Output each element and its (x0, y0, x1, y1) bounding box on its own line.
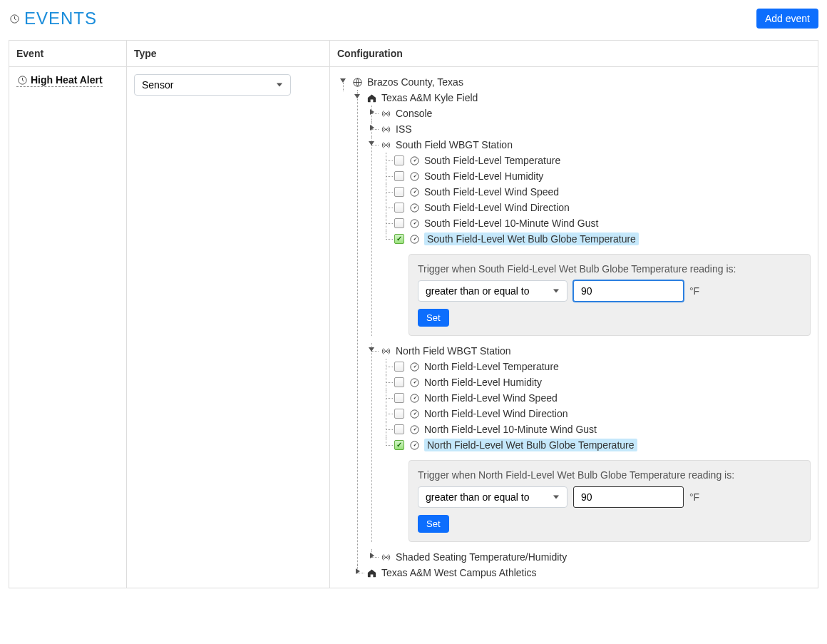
sensor-checkbox[interactable] (394, 187, 404, 197)
sensor-checkbox[interactable] (394, 171, 404, 181)
tree-node-south-station[interactable]: South Field WBGT Station (396, 139, 513, 150)
event-name-text: High Heat Alert (31, 74, 103, 86)
sensor-checkbox[interactable] (394, 155, 404, 165)
gauge-icon (409, 392, 420, 404)
sensor-south-windspeed[interactable]: South Field-Level Wind Speed (424, 186, 559, 198)
sensor-north-wbgt[interactable]: North Field-Level Wet Bulb Globe Tempera… (424, 439, 637, 451)
column-header-event: Event (9, 41, 127, 67)
trigger-value-input[interactable] (573, 486, 684, 508)
trigger-unit: °F (689, 285, 699, 297)
trigger-operator-select[interactable]: greater than or equal to (418, 280, 567, 302)
event-type-select[interactable]: Sensor (134, 74, 291, 96)
gauge-icon (409, 424, 420, 435)
sensor-north-humidity[interactable]: North Field-Level Humidity (424, 377, 542, 388)
tree-toggle[interactable] (353, 93, 361, 102)
antenna-icon (380, 551, 391, 563)
sensor-south-wbgt[interactable]: South Field-Level Wet Bulb Globe Tempera… (424, 232, 639, 245)
gauge-icon (409, 439, 420, 451)
home-icon (366, 567, 377, 578)
table-row: High Heat Alert Sensor (9, 67, 818, 588)
tree-node-iss[interactable]: ISS (396, 123, 412, 135)
tree-node-north-station[interactable]: North Field WBGT Station (396, 345, 511, 357)
sensor-checkbox[interactable] (394, 362, 404, 372)
page-title: EVENTS (9, 9, 97, 29)
sensor-north-gust[interactable]: North Field-Level 10-Minute Wind Gust (424, 424, 597, 435)
sensor-checkbox[interactable] (394, 393, 404, 403)
gauge-icon (409, 218, 420, 229)
sensor-checkbox[interactable] (394, 203, 404, 213)
gauge-icon (409, 377, 420, 388)
tree-node-site[interactable]: Texas A&M Kyle Field (381, 92, 478, 103)
trigger-unit: °F (689, 491, 699, 503)
gauge-icon (409, 202, 420, 213)
tree-node-county[interactable]: Brazos County, Texas (367, 76, 463, 88)
tree-node-site[interactable]: Texas A&M West Campus Athletics (381, 567, 537, 578)
sensor-tree: Brazos County, Texas Texas A&M Kyle Fiel… (337, 74, 811, 581)
events-table: Event Type Configuration High Heat Alert… (9, 40, 818, 588)
sensor-north-windspeed[interactable]: North Field-Level Wind Speed (424, 392, 558, 404)
tree-toggle[interactable] (367, 140, 376, 149)
globe-icon (351, 76, 363, 88)
gauge-icon (409, 170, 420, 182)
event-name-link[interactable]: High Heat Alert (16, 74, 103, 87)
sensor-checkbox[interactable] (394, 409, 404, 419)
clock-icon (16, 74, 28, 86)
gauge-icon (409, 233, 420, 245)
gauge-icon (409, 408, 420, 419)
gauge-icon (409, 361, 420, 372)
column-header-type: Type (127, 41, 330, 67)
trigger-panel-south: Trigger when South Field-Level Wet Bulb … (409, 254, 811, 336)
home-icon (366, 92, 377, 103)
antenna-icon (380, 345, 391, 357)
sensor-checkbox[interactable] (394, 424, 404, 434)
sensor-checkbox[interactable] (394, 440, 404, 450)
tree-toggle[interactable] (367, 125, 376, 133)
sensor-south-humidity[interactable]: South Field-Level Humidity (424, 170, 543, 182)
sensor-south-temp[interactable]: South Field-Level Temperature (424, 155, 560, 166)
gauge-icon (409, 155, 420, 166)
tree-toggle[interactable] (367, 553, 376, 561)
tree-toggle[interactable] (367, 347, 376, 355)
antenna-icon (380, 139, 391, 150)
trigger-operator-select[interactable]: greater than or equal to (418, 486, 567, 508)
add-event-button[interactable]: Add event (756, 9, 818, 29)
tree-toggle[interactable] (353, 568, 361, 577)
tree-toggle[interactable] (339, 78, 347, 86)
tree-node-shaded[interactable]: Shaded Seating Temperature/Humidity (396, 551, 567, 563)
antenna-icon (380, 108, 391, 119)
sensor-south-winddir[interactable]: South Field-Level Wind Direction (424, 202, 570, 213)
sensor-checkbox[interactable] (394, 377, 404, 387)
gauge-icon (409, 186, 420, 198)
tree-toggle[interactable] (367, 109, 376, 118)
trigger-panel-north: Trigger when North Field-Level Wet Bulb … (409, 460, 811, 542)
sensor-north-winddir[interactable]: North Field-Level Wind Direction (424, 408, 568, 419)
sensor-south-gust[interactable]: South Field-Level 10-Minute Wind Gust (424, 218, 598, 229)
clock-icon (9, 13, 20, 24)
page-title-text: EVENTS (24, 9, 97, 29)
trigger-set-button[interactable]: Set (418, 515, 449, 533)
antenna-icon (380, 123, 391, 135)
sensor-checkbox[interactable] (394, 218, 404, 228)
sensor-checkbox[interactable] (394, 234, 404, 244)
sensor-north-temp[interactable]: North Field-Level Temperature (424, 361, 559, 372)
tree-node-console[interactable]: Console (396, 108, 432, 119)
trigger-set-button[interactable]: Set (418, 309, 449, 327)
trigger-prompt: Trigger when North Field-Level Wet Bulb … (418, 469, 801, 481)
trigger-prompt: Trigger when South Field-Level Wet Bulb … (418, 263, 801, 275)
trigger-value-input[interactable] (573, 280, 684, 302)
column-header-config: Configuration (330, 41, 818, 67)
